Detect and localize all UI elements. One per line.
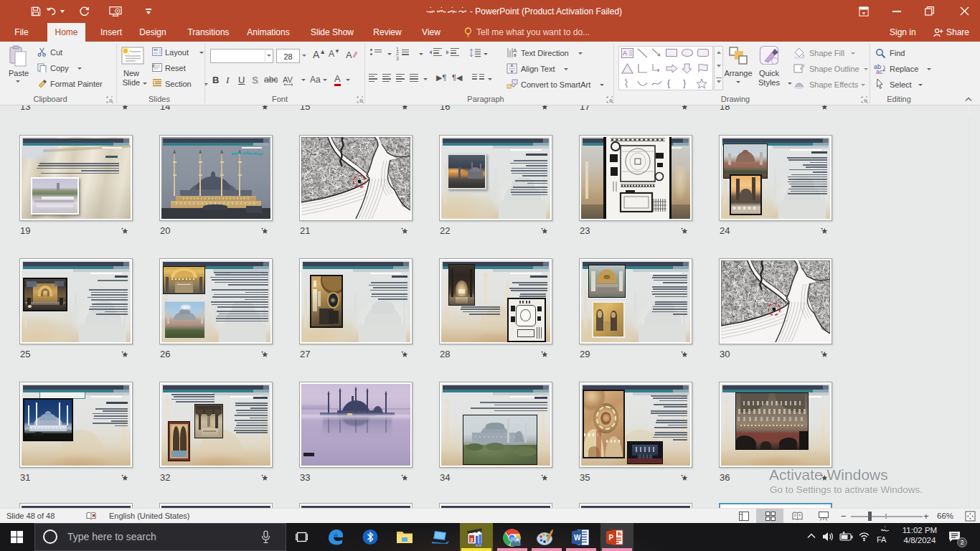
svg-text:P: P: [609, 534, 614, 542]
svg-text:A: A: [346, 50, 352, 60]
svg-text:A: A: [623, 50, 627, 57]
svg-text:3: 3: [470, 537, 473, 543]
svg-text:A: A: [513, 47, 517, 54]
svg-text:W: W: [574, 534, 581, 542]
svg-text:ac: ac: [876, 68, 883, 75]
svg-text:AV: AV: [283, 75, 293, 84]
